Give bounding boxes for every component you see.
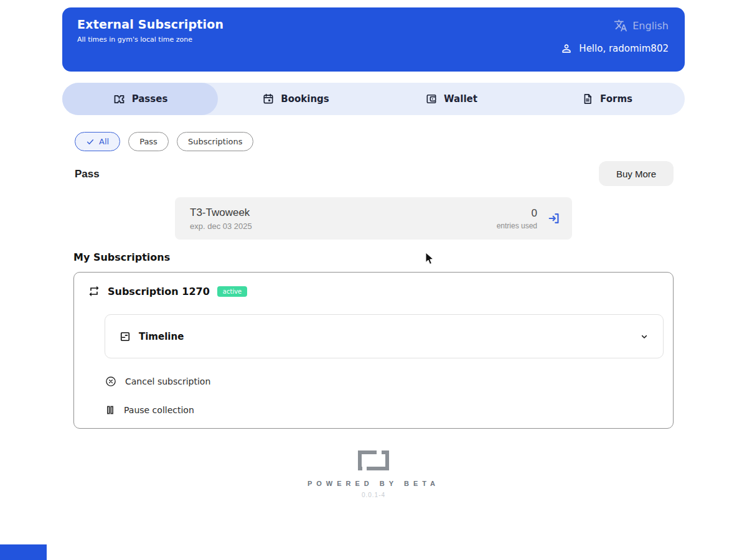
login-arrow-icon	[547, 212, 561, 225]
filter-chip-subscriptions[interactable]: Subscriptions	[177, 132, 254, 151]
subscriptions-heading: My Subscriptions	[73, 251, 170, 263]
version-label: 0.0.1-4	[0, 492, 747, 498]
subscription-header: Subscription 1270 active	[88, 285, 673, 297]
pass-name: T3-Twoweek	[190, 207, 252, 219]
action-label: Cancel subscription	[125, 376, 210, 386]
pass-expiry: exp. dec 03 2025	[190, 222, 252, 231]
wallet-icon	[425, 93, 438, 105]
chevron-down-icon	[639, 332, 649, 342]
tab-bookings[interactable]: Bookings	[218, 83, 374, 115]
calendar-icon	[262, 93, 275, 105]
header-right: English Hello, radomim802	[560, 19, 669, 55]
filter-chip-all[interactable]: All	[75, 132, 120, 151]
person-icon	[560, 42, 573, 55]
action-label: Pause collection	[124, 405, 194, 415]
tab-wallet[interactable]: Wallet	[374, 83, 529, 115]
timeline-label: Timeline	[139, 331, 184, 342]
cancel-subscription-button[interactable]: Cancel subscription	[105, 375, 210, 388]
pause-icon	[105, 404, 116, 416]
tab-label: Bookings	[281, 93, 329, 105]
header: External Subscription All times in gym's…	[62, 7, 685, 72]
subscription-title: Subscription 1270	[108, 286, 210, 297]
filter-chip-label: Pass	[139, 137, 157, 146]
powered-by-label: POWERED BY BETA	[0, 480, 747, 487]
bottom-blue-bar	[0, 544, 47, 560]
tab-forms[interactable]: Forms	[529, 83, 685, 115]
open-pass-button[interactable]	[547, 212, 561, 225]
status-badge: active	[217, 286, 247, 297]
subscription-card: Subscription 1270 active Timeline	[73, 272, 674, 429]
pause-collection-button[interactable]: Pause collection	[105, 404, 194, 416]
cancel-circle-icon	[105, 375, 117, 388]
tab-bar: Passes Bookings Wallet	[62, 83, 685, 115]
tab-label: Wallet	[444, 93, 477, 105]
external-subscription-page: External Subscription All times in gym's…	[0, 0, 747, 560]
check-icon	[86, 138, 95, 146]
translate-icon	[614, 19, 627, 32]
filter-chip-label: Subscriptions	[188, 137, 243, 146]
beta-logo-icon	[358, 450, 389, 470]
document-icon	[581, 93, 594, 105]
filter-chip-label: All	[99, 137, 109, 146]
filter-chip-pass[interactable]: Pass	[128, 132, 169, 151]
pass-section-heading: Pass	[75, 168, 100, 180]
buy-more-button[interactable]: Buy More	[599, 161, 674, 186]
pass-info: T3-Twoweek exp. dec 03 2025	[190, 207, 252, 231]
mouse-cursor	[425, 252, 435, 266]
ticket-icon	[113, 93, 126, 106]
repeat-icon	[88, 285, 100, 297]
entries-label: entries used	[497, 222, 537, 230]
entries-count: 0	[497, 207, 537, 220]
user-greeting: Hello, radomim802	[560, 42, 669, 55]
tab-passes[interactable]: Passes	[62, 83, 218, 115]
filter-chips: All Pass Subscriptions	[75, 132, 253, 151]
tab-label: Forms	[600, 93, 632, 105]
tab-label: Passes	[132, 93, 168, 105]
timeline-accordion[interactable]: Timeline	[105, 314, 664, 358]
language-label: English	[632, 20, 669, 32]
pass-entries: 0 entries used	[497, 207, 537, 230]
language-selector[interactable]: English	[614, 19, 669, 32]
greeting-label: Hello, radomim802	[579, 43, 669, 54]
pass-card: T3-Twoweek exp. dec 03 2025 0 entries us…	[175, 197, 572, 240]
timeline-icon	[119, 330, 131, 343]
footer: POWERED BY BETA 0.0.1-4	[0, 450, 747, 498]
